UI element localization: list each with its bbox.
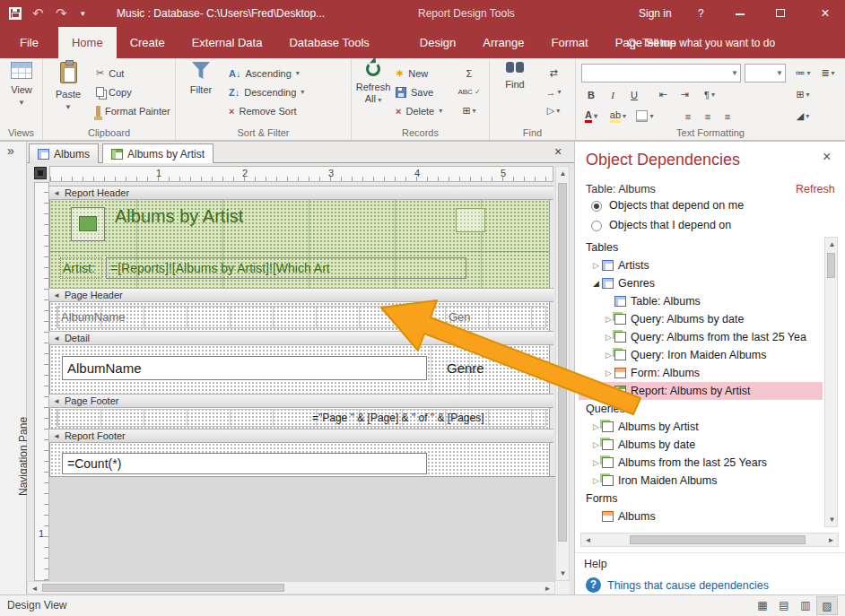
paste-button[interactable]: Paste ▼ [48, 62, 88, 113]
descending-button[interactable]: Z↓ Descending ▾ [226, 82, 307, 101]
expander-collapsed-icon[interactable]: ▷ [603, 333, 614, 342]
font-name-combo[interactable]: ▼ [581, 64, 741, 82]
expand-chevrons-icon[interactable]: » [7, 143, 14, 158]
expander-collapsed-icon[interactable]: ▷ [590, 261, 602, 270]
numbering-button[interactable]: ≣▾ [816, 64, 840, 82]
view-button[interactable]: View ▼ [2, 62, 41, 108]
more-formatting-button[interactable]: ◢▾ [791, 107, 815, 126]
scroll-up-icon[interactable]: ▲ [556, 167, 570, 180]
page-footer-section[interactable]: ="Page " & [Page] & " of " & [Pages] [49, 408, 550, 429]
save-record-button[interactable]: Save [393, 82, 436, 101]
report-selector-button[interactable] [34, 167, 47, 179]
section-bar-detail[interactable]: ◄ Detail [49, 331, 553, 345]
scroll-up-icon[interactable]: ▲ [825, 238, 839, 251]
expander-collapsed-icon[interactable]: ▷ [603, 315, 614, 324]
section-bar-report-footer[interactable]: ◄ Report Footer [49, 429, 553, 443]
tab-home[interactable]: Home [58, 27, 117, 58]
datasheet-view-button[interactable]: ▦ [752, 596, 773, 615]
scrollbar-thumb[interactable] [42, 584, 284, 592]
tree-item-albums-by-date[interactable]: ▷Albums by date [579, 436, 823, 454]
expander-expanded-icon[interactable]: ◢ [590, 279, 602, 288]
count-textbox[interactable]: =Count(*) [62, 453, 427, 474]
tree-item-query-last-25[interactable]: ▷Query: Albums from the last 25 Yea [579, 328, 823, 346]
radio-label[interactable]: Objects that depend on me [609, 199, 744, 212]
expander-collapsed-icon[interactable]: ▷ [590, 458, 602, 467]
format-painter-button[interactable]: Format Painter [93, 101, 173, 120]
expander-collapsed-icon[interactable]: ▷ [603, 351, 614, 360]
scroll-right-icon[interactable]: ► [824, 534, 838, 547]
albumname-header-label[interactable]: AlbumName [61, 310, 126, 324]
scroll-left-icon[interactable]: ◄ [28, 582, 41, 595]
doc-tab-albums-by-artist[interactable]: Albums by Artist [102, 143, 213, 164]
page-number-expression[interactable]: ="Page " & [Page] & " of " & [Pages] [312, 412, 483, 424]
tab-format[interactable]: Format [538, 27, 602, 58]
close-document-icon[interactable]: × [554, 144, 562, 159]
scroll-right-icon[interactable]: ► [541, 582, 554, 595]
report-header-section[interactable]: Albums by Artist Artist: =[Reports]![Alb… [49, 200, 550, 288]
underline-button[interactable]: U [623, 85, 646, 104]
tell-me-box[interactable]: Tell me what you want to do [628, 27, 775, 58]
radio-objects-i-depend-on[interactable] [591, 221, 602, 231]
unbound-control[interactable] [456, 208, 485, 232]
refresh-all-button[interactable]: Refresh All ▾ [353, 62, 393, 106]
genre-label[interactable]: Genre [447, 360, 484, 376]
tree-item-iron-maiden-albums[interactable]: ▷Iron Maiden Albums [579, 472, 823, 490]
genre-header-label[interactable]: Genre [449, 310, 471, 324]
tree-item-query-iron-maiden[interactable]: ▷Query: Iron Maiden Albums [579, 346, 823, 364]
albumname-textbox[interactable]: AlbumName [62, 356, 427, 380]
bold-button[interactable]: B [579, 85, 603, 104]
tree-item-albums-by-artist[interactable]: ▷Albums by Artist [579, 418, 823, 436]
scrollbar-thumb[interactable] [630, 535, 806, 544]
doc-tab-albums[interactable]: Albums [29, 143, 99, 164]
tab-create[interactable]: Create [117, 27, 179, 58]
canvas-vertical-scrollbar[interactable]: ▲ ▼ [555, 166, 570, 581]
spelling-button[interactable]: ABC✓ [457, 82, 481, 101]
tab-database-tools[interactable]: Database Tools [275, 27, 382, 58]
quick-access-dropdown-icon[interactable]: ▾ [81, 0, 85, 27]
tab-file[interactable]: File [0, 27, 58, 58]
expander-collapsed-icon[interactable]: ▷ [590, 476, 602, 485]
restore-button[interactable] [767, 0, 794, 27]
section-bar-report-header[interactable]: ◄ Report Header [49, 186, 553, 200]
remove-sort-button[interactable]: × Remove Sort [226, 101, 300, 120]
select-button[interactable]: ▷▾ [542, 101, 565, 120]
cut-button[interactable]: ✂ Cut [93, 64, 126, 82]
sign-in-button[interactable]: Sign in [639, 0, 672, 27]
artist-expression-textbox[interactable]: =[Reports]![Albums by Artist]![Which Art [106, 257, 466, 279]
section-bar-page-footer[interactable]: ◄ Page Footer [49, 394, 553, 408]
minimize-button[interactable] [727, 0, 754, 27]
goto-button[interactable]: →▾ [542, 82, 565, 101]
report-footer-section[interactable]: =Count(*) [49, 443, 550, 476]
scroll-left-icon[interactable]: ◄ [581, 534, 595, 547]
report-title-control[interactable]: Albums by Artist [115, 206, 243, 227]
radio-objects-depend-on-me[interactable] [591, 201, 602, 212]
totals-button[interactable]: Σ [457, 64, 481, 82]
close-button[interactable]: × [812, 0, 839, 27]
expander-collapsed-icon[interactable]: ▷ [590, 422, 602, 431]
expander-collapsed-icon[interactable]: ▷ [590, 440, 602, 449]
tree-item-artists[interactable]: ▷Artists [579, 256, 823, 274]
bullets-button[interactable]: ≔▾ [791, 64, 815, 82]
find-button[interactable]: Find [495, 62, 535, 91]
tab-arrange[interactable]: Arrange [469, 27, 537, 58]
tab-external-data[interactable]: External Data [179, 27, 276, 58]
scrollbar-thumb[interactable] [558, 183, 567, 542]
new-record-button[interactable]: ∗ New [393, 64, 431, 82]
close-pane-icon[interactable]: × [823, 149, 831, 165]
expander-collapsed-icon[interactable]: ▷ [603, 369, 614, 377]
more-records-button[interactable]: ⊞▾ [457, 101, 481, 120]
replace-button[interactable]: ⇄ [542, 64, 565, 82]
artist-label-control[interactable]: Artist: [60, 257, 102, 279]
italic-button[interactable]: I [601, 85, 624, 104]
increase-indent-button[interactable]: ⇥ [673, 85, 696, 104]
tree-item-albums-last-25-years[interactable]: ▷Albums from the last 25 Years [579, 454, 823, 472]
design-view-button[interactable]: ▨ [816, 596, 838, 615]
tree-item-forms-albums[interactable]: Albums [579, 508, 823, 525]
fill-color-button[interactable]: ▾ [633, 107, 657, 126]
highlight-button[interactable]: ab▾ [606, 107, 630, 126]
help-button[interactable]: ? [698, 0, 704, 27]
font-size-combo[interactable]: ▼ [745, 64, 786, 82]
tree-item-query-albums-by-date[interactable]: ▷Query: Albums by date [579, 310, 823, 328]
scrollbar-thumb[interactable] [827, 253, 835, 278]
layout-view-button[interactable]: ▥ [795, 596, 816, 615]
